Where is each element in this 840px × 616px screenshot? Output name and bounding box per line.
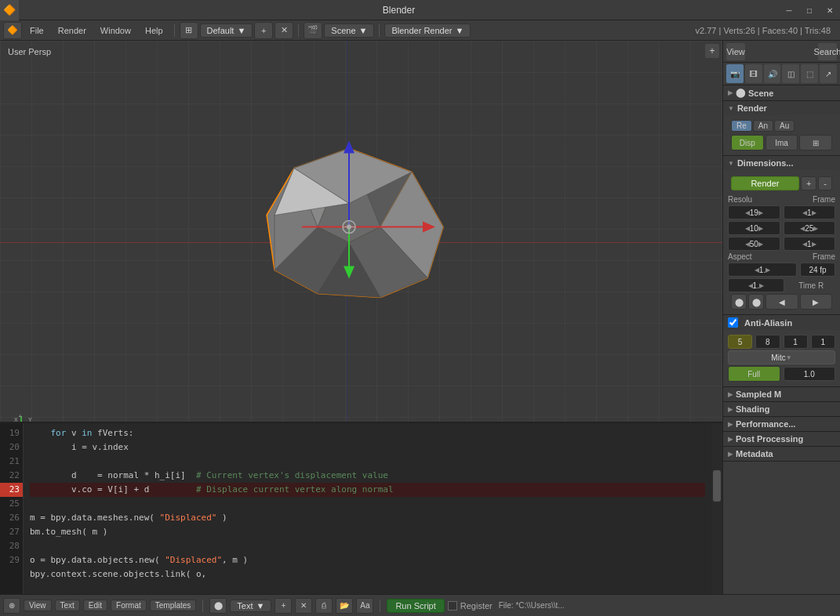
panel-icon-output[interactable]: ◫: [782, 64, 799, 83]
code-scrollbar[interactable]: [711, 423, 722, 594]
te-icon-7[interactable]: Aa: [356, 598, 373, 614]
anti-alias-checkbox[interactable]: [728, 317, 738, 328]
resolu-y-value: 10: [750, 224, 758, 233]
full-value-field[interactable]: 1.0: [784, 367, 836, 381]
mitc-field[interactable]: Mitc ▼: [728, 350, 835, 364]
dimensions-header[interactable]: ▼ Dimensions...: [723, 156, 840, 170]
aa-val4-field[interactable]: 1: [811, 335, 835, 349]
register-checkbox-box[interactable]: [448, 601, 457, 611]
te-icon-3[interactable]: +: [275, 598, 292, 614]
te-icon-5[interactable]: ⎙: [315, 598, 333, 614]
resolu-y-field[interactable]: ◀ 10 ▶: [728, 221, 780, 235]
frame-label: Frame: [766, 195, 835, 204]
disp-btn[interactable]: Disp: [731, 135, 764, 150]
panel-search-btn[interactable]: Search: [818, 43, 837, 60]
file-path: File: *C:\\Users\\t...: [499, 601, 565, 610]
code-line-30: bpy.context.scene.objects.link( o,: [30, 567, 705, 582]
panel-icon-camera[interactable]: 📷: [726, 64, 744, 83]
render-minus-btn[interactable]: -: [818, 176, 832, 190]
toggle-btn-2[interactable]: ⬤: [748, 294, 764, 310]
engine-selector[interactable]: Blender Render ▼: [384, 24, 471, 38]
menu-file[interactable]: File: [24, 24, 50, 37]
te-icon-1[interactable]: ⊕: [3, 598, 20, 614]
te-format-menu[interactable]: Format: [111, 600, 147, 611]
subtab-an[interactable]: An: [753, 120, 773, 132]
aspect-y-field[interactable]: ◀ 1. ▶: [728, 278, 784, 292]
full-toggle[interactable]: Full: [728, 366, 780, 382]
shading-header[interactable]: ▶ Shading: [723, 402, 840, 416]
subtab-re[interactable]: Re: [731, 120, 752, 132]
render-plus-btn[interactable]: +: [801, 176, 816, 190]
panel-icons-row: 📷 🎞 🔊 ◫ ⬚ ↗: [723, 63, 840, 85]
resolu-pct-field[interactable]: ◀ 50 ▶: [728, 237, 780, 251]
te-icon-2[interactable]: ⬤: [209, 598, 227, 614]
viewport[interactable]: User Persp +: [0, 41, 722, 616]
ima-icon-btn[interactable]: ⊞: [799, 135, 832, 150]
performance-header[interactable]: ▶ Performance...: [723, 417, 840, 431]
metadata-header[interactable]: ▶ Metadata: [723, 447, 840, 461]
aspect-label: Aspect: [728, 252, 780, 261]
scene-selector[interactable]: Scene ▼: [324, 24, 374, 38]
panel-view-btn[interactable]: View: [726, 43, 745, 60]
scene-arrow: ▶: [728, 89, 733, 96]
layout-icon-btn[interactable]: ⊞: [180, 22, 198, 39]
te-text-type-selector[interactable]: Text ▼: [230, 600, 271, 612]
code-area[interactable]: for v in fVerts: i = v.index d = normal …: [24, 423, 711, 594]
aa-val2-field[interactable]: 8: [755, 335, 780, 349]
te-icon-6[interactable]: 📂: [336, 598, 353, 614]
panel-icon-render[interactable]: 🎞: [745, 64, 762, 83]
resolu-y-right-arrow: ▶: [758, 225, 763, 232]
fps-field[interactable]: 24 fp: [800, 263, 835, 277]
layout-selector[interactable]: Default ▼: [200, 24, 253, 38]
frame-end-field[interactable]: ◀ 25 ▶: [784, 221, 836, 235]
aa-val3-field[interactable]: 1: [784, 335, 808, 349]
te-templates-menu[interactable]: Templates: [150, 600, 197, 611]
minimize-button[interactable]: ─: [779, 0, 799, 20]
frame-start-field[interactable]: ◀ 1 ▶: [784, 205, 836, 219]
menu-help[interactable]: Help: [139, 24, 169, 37]
scene-header-label: Scene: [748, 89, 773, 98]
blender-icon-btn[interactable]: 🔶: [3, 22, 22, 39]
code-line-27: bm.to_mesh( m ): [30, 525, 705, 539]
ima-btn[interactable]: Ima: [765, 135, 798, 150]
te-text-menu[interactable]: Text: [55, 600, 80, 611]
fps-value: 24 fp: [809, 266, 826, 274]
te-view-menu[interactable]: View: [24, 600, 52, 611]
run-script-button[interactable]: Run Script: [387, 599, 444, 613]
render-section-header[interactable]: ▼ Render: [723, 101, 840, 115]
scene-icon-btn[interactable]: 🎬: [304, 22, 322, 39]
menu-render[interactable]: Render: [52, 24, 93, 37]
menu-window[interactable]: Window: [94, 24, 137, 37]
layout-add-btn[interactable]: +: [254, 22, 273, 39]
layout-close-btn[interactable]: ✕: [275, 22, 293, 39]
sampled-header[interactable]: ▶ Sampled M: [723, 387, 840, 401]
toggle-btn-4[interactable]: ▶: [800, 294, 833, 310]
panel-icon-compositor[interactable]: ⬚: [801, 64, 818, 83]
toggle-btn-1[interactable]: ⬤: [731, 294, 747, 310]
aspect-x-field[interactable]: ◀ 1. ▶: [728, 263, 797, 277]
subtab-au[interactable]: Au: [774, 120, 795, 132]
panel-icon-cursor[interactable]: ↗: [820, 64, 837, 83]
te-edit-menu[interactable]: Edit: [83, 600, 107, 611]
line-num-27: 27: [0, 525, 23, 539]
script-editor[interactable]: 19 20 21 22 23 25 26 27 28 29 for v in f…: [0, 422, 722, 594]
engine-arrow: ▼: [455, 26, 464, 35]
resolu-x-field[interactable]: ◀ 19 ▶: [728, 205, 780, 219]
version-info: v2.77 | Verts:26 | Faces:40 | Tris:48: [696, 26, 837, 35]
aa-val3: 1: [793, 338, 798, 346]
frame-step-field[interactable]: ◀ 1 ▶: [784, 237, 836, 251]
toggle-btn-3[interactable]: ◀: [765, 294, 798, 310]
aa-val1-field[interactable]: 5: [728, 335, 752, 349]
te-icon-4[interactable]: ✕: [295, 598, 312, 614]
line-num-29: 29: [0, 553, 23, 567]
maximize-button[interactable]: □: [799, 0, 820, 20]
close-button[interactable]: ✕: [820, 0, 840, 20]
panel-icon-audio[interactable]: 🔊: [764, 64, 781, 83]
viewport-bg: User Persp +: [0, 41, 722, 616]
code-line-25: [30, 497, 705, 511]
render-button[interactable]: Render: [731, 176, 799, 190]
anti-alias-header[interactable]: Anti-Aliasin: [723, 315, 840, 330]
scene-header[interactable]: ▶ ⬤ Scene: [723, 85, 840, 100]
post-processing-header[interactable]: ▶ Post Processing: [723, 432, 840, 446]
aspect-y-row: ◀ 1. ▶ Time R: [728, 278, 835, 292]
